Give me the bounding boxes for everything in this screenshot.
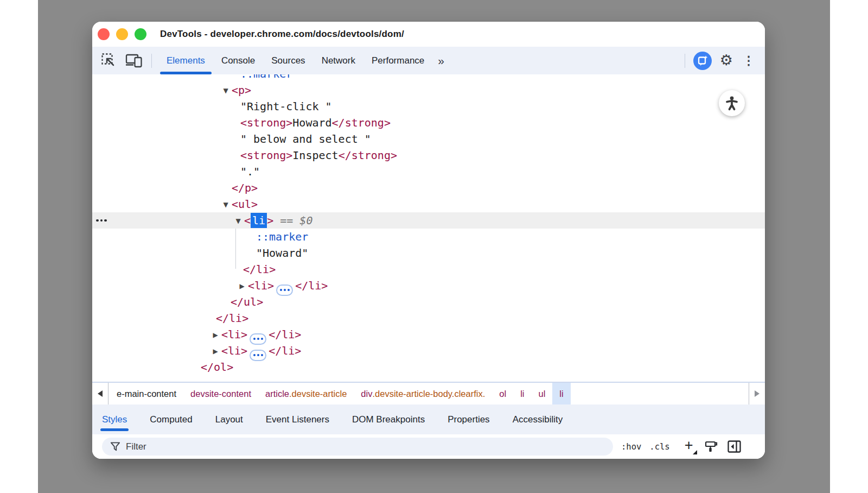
minimize-window-button[interactable] (116, 28, 128, 40)
dom-tree-panel: ::marker▼<p>"Right-click "<strong>Howard… (92, 74, 765, 382)
device-toolbar-icon[interactable] (125, 53, 143, 68)
tree-row-text[interactable]: "." (92, 163, 765, 180)
breadcrumb-item[interactable]: e-main-content (110, 383, 183, 404)
breadcrumb-segment: ul (539, 389, 546, 399)
tree-token: "Howard" (256, 246, 308, 260)
inspect-icon[interactable] (101, 53, 117, 68)
kebab-menu-icon[interactable]: ⋮ (741, 55, 756, 67)
toggle-sidebar-icon[interactable] (727, 440, 742, 453)
paint-roller-icon[interactable] (704, 439, 719, 454)
toolbar-divider (151, 54, 152, 68)
tab-accessibility[interactable]: Accessibility (501, 404, 575, 434)
tab-label: Computed (150, 406, 192, 434)
breadcrumb-item[interactable]: li (552, 383, 570, 404)
tree-token: <strong> (240, 116, 292, 129)
breadcrumb-item[interactable]: div.devsite-article-body.clearfix. (354, 383, 492, 404)
tab-styles[interactable]: Styles (102, 404, 138, 434)
breadcrumb-scroll-left-button[interactable] (92, 383, 108, 404)
tree-row-li-collapsed[interactable]: ▶<li></li> (92, 326, 765, 343)
devtools-toolbar: ElementsConsoleSourcesNetworkPerformance… (92, 47, 765, 74)
filter-input[interactable] (102, 438, 613, 456)
tab-console[interactable]: Console (213, 47, 263, 74)
tree-token: Howard (292, 116, 331, 129)
dom-tree-rows: ::marker▼<p>"Right-click "<strong>Howard… (92, 74, 765, 375)
accessibility-person-icon (724, 95, 740, 111)
breadcrumb-item[interactable]: li (513, 383, 531, 404)
breadcrumb-segment: devsite-content (190, 389, 251, 399)
expand-arrow-icon[interactable]: ▶ (236, 278, 248, 294)
tab-dom-breakpoints[interactable]: DOM Breakpoints (341, 404, 436, 434)
breadcrumb-segment: li (559, 389, 563, 399)
settings-gear-icon[interactable]: ⚙ (720, 53, 733, 68)
toolbar-left-icons (92, 47, 158, 74)
tree-row-li-close[interactable]: </li> (92, 310, 765, 326)
breadcrumb-item[interactable]: ul (532, 383, 553, 404)
tree-row-p-open[interactable]: ▼<p> (92, 82, 765, 98)
tree-row-text[interactable]: "Howard" (92, 245, 765, 261)
title-bar: DevTools - developer.chrome.com/docs/dev… (92, 22, 765, 47)
tree-row-marker[interactable]: ::marker (92, 229, 765, 245)
sidebar-tabs: StylesComputedLayoutEvent ListenersDOM B… (92, 404, 765, 434)
tab-performance[interactable]: Performance (363, 47, 432, 74)
tab-properties[interactable]: Properties (436, 404, 501, 434)
tree-token: < (244, 214, 251, 227)
breadcrumb-item[interactable]: devsite-content (183, 383, 258, 404)
overflow-dots-icon[interactable] (96, 212, 107, 229)
tree-row-marker-clipped[interactable]: ::marker (92, 74, 765, 82)
tab-label: Accessibility (513, 406, 563, 434)
toggle-element-state-button[interactable]: :hov (621, 442, 641, 452)
breadcrumb-item[interactable]: ol (492, 383, 513, 404)
collapse-arrow-icon[interactable]: ▼ (220, 197, 232, 213)
tree-token: </li> (243, 263, 276, 276)
tree-row-li-collapsed[interactable]: ▶<li></li> (92, 277, 765, 294)
tree-token: </ol> (201, 361, 233, 374)
tab-event-listeners[interactable]: Event Listeners (254, 404, 341, 434)
new-style-rule-icon[interactable]: + (680, 438, 697, 455)
breadcrumb-item[interactable]: article.devsite-article (258, 383, 354, 404)
ai-assistant-icon[interactable] (693, 52, 712, 70)
breadcrumb-segment: e-main-content (117, 389, 176, 399)
tab-layout[interactable]: Layout (204, 404, 254, 434)
tree-row-p-close[interactable]: </p> (92, 180, 765, 196)
tree-row-ul-open[interactable]: ▼<ul> (92, 196, 765, 212)
tree-token: " below and select " (240, 132, 371, 146)
toolbar-divider-right (685, 54, 685, 68)
expand-arrow-icon[interactable]: ▶ (209, 327, 221, 343)
tab-network[interactable]: Network (314, 47, 363, 74)
collapse-arrow-icon[interactable]: ▼ (220, 83, 232, 99)
breadcrumb-scroll-right-button[interactable] (749, 383, 765, 404)
tree-row-ol-close[interactable]: </ol> (92, 359, 765, 375)
maximize-window-button[interactable] (135, 28, 146, 40)
tree-token: Inspect (292, 149, 338, 162)
tree-token: </ul> (231, 295, 263, 308)
tree-token: <strong> (240, 149, 292, 162)
indent-guide (235, 229, 236, 269)
left-arrow-icon (98, 390, 103, 397)
styles-filter-bar: :hov .cls + (92, 434, 765, 459)
tree-row-strong[interactable]: <strong>Inspect</strong> (92, 147, 765, 163)
tree-row-li-selected[interactable]: ▼<li> == $0 (92, 212, 765, 229)
tree-row-strong[interactable]: <strong>Howard</strong> (92, 115, 765, 131)
collapse-arrow-icon[interactable]: ▼ (232, 213, 244, 229)
tree-row-text[interactable]: " below and select " (92, 131, 765, 147)
tree-token: </li> (216, 312, 248, 325)
breadcrumb: e-main-contentdevsite-contentarticle.dev… (110, 383, 571, 404)
tree-token: "." (240, 165, 260, 178)
tree-token: > (267, 214, 273, 227)
element-classes-button[interactable]: .cls (649, 442, 669, 452)
tab-computed[interactable]: Computed (138, 404, 203, 434)
tab-elements[interactable]: Elements (158, 47, 213, 74)
selected-tag-name: li (251, 213, 267, 228)
tree-row-li-collapsed[interactable]: ▶<li></li> (92, 343, 765, 359)
window-controls (98, 28, 146, 40)
accessibility-fab[interactable] (719, 90, 745, 116)
tree-token: ::marker (256, 230, 308, 243)
expand-arrow-icon[interactable]: ▶ (209, 343, 221, 359)
close-window-button[interactable] (98, 28, 110, 40)
tree-row-text[interactable]: "Right-click " (92, 98, 765, 115)
breadcrumb-segment: .devsite-article-body.clearfix. (372, 389, 485, 399)
tab-sources[interactable]: Sources (263, 47, 313, 74)
tree-row-ul-close[interactable]: </ul> (92, 294, 765, 310)
more-tabs-chevron-icon[interactable]: » (432, 47, 450, 74)
tree-row-li-close[interactable]: </li> (92, 261, 765, 277)
